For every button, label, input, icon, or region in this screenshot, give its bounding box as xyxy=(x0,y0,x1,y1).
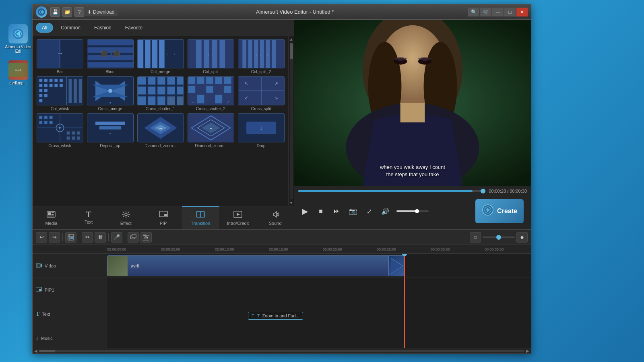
maximize-button[interactable]: □ xyxy=(504,8,516,16)
timeline-toolbar: ↩ ↪ ✂ 🗑 🎤 xyxy=(33,230,531,245)
desktop-file-icon[interactable]: mp4 avril.mp... xyxy=(4,60,32,85)
video-track-icon xyxy=(36,263,42,269)
snapshot-button[interactable]: 📷 xyxy=(347,205,359,218)
transition-cross-merge[interactable]: ✦ Cross_merge xyxy=(86,76,134,111)
filter-tab-common[interactable]: Common xyxy=(55,23,87,33)
video-track-content[interactable]: avril xyxy=(107,254,531,278)
tab-media[interactable]: Media xyxy=(33,206,70,229)
svg-rect-38 xyxy=(54,79,58,82)
svg-point-166 xyxy=(487,209,489,211)
volume-bar[interactable] xyxy=(396,210,429,212)
svg-rect-172 xyxy=(132,234,136,238)
scroll-down-arrow[interactable]: ▼ xyxy=(289,201,293,205)
transition-cross-shutter2[interactable]: ↙ ↗ Cross_shutter_2 xyxy=(187,76,235,111)
scroll-right-btn[interactable]: ▶ xyxy=(526,349,529,353)
text-track-label: T Text xyxy=(33,302,107,326)
window-controls: 🔍 🛒 ─ □ ✕ xyxy=(468,8,528,16)
playback-controls: 00:00:28 / 00:00:30 ▶ ■ ⏭ 📷 ⤢ 🔊 xyxy=(294,186,531,229)
desktop-app-icon[interactable]: Aimerso Video Edi xyxy=(4,24,32,53)
tab-transition[interactable]: ← → Transition xyxy=(182,206,219,229)
transition-col-split2-label: Col_split_2 xyxy=(251,70,271,74)
transition-cross-whisk[interactable]: ✦ Cross_whis xyxy=(36,113,84,148)
transition-col-split[interactable]: → ← Col_split xyxy=(187,39,235,74)
tab-sound[interactable]: Sound xyxy=(256,206,294,229)
svg-line-142 xyxy=(128,212,129,213)
transition-cross-shutter1[interactable]: Cross_shutter_1 xyxy=(136,76,184,111)
scroll-up-arrow[interactable]: ▲ xyxy=(289,37,293,41)
svg-rect-68 xyxy=(147,86,155,94)
svg-rect-73 xyxy=(147,97,155,105)
app-logo xyxy=(36,6,47,18)
timeline-scrollbar[interactable]: ◀ ▶ xyxy=(33,348,531,354)
play-button[interactable]: ▶ xyxy=(298,205,311,218)
music-track: ♪ Music xyxy=(33,326,531,348)
close-button[interactable]: ✕ xyxy=(516,8,528,16)
delete-button[interactable]: 🗑 xyxy=(95,232,106,243)
pip-track-content[interactable] xyxy=(107,278,531,302)
store-icon[interactable]: 🛒 xyxy=(480,8,491,16)
music-track-content[interactable] xyxy=(107,326,531,348)
download-button[interactable]: ⬇ Download xyxy=(84,8,118,16)
transition-drop[interactable]: ↓ Drop xyxy=(237,113,285,148)
svg-rect-63 xyxy=(147,77,155,84)
transition-blind[interactable]: ⬛→⬛ Blind xyxy=(86,39,134,74)
stop-button[interactable]: ■ xyxy=(314,205,327,218)
cut-button[interactable]: ✂ xyxy=(82,232,93,243)
detach-audio-button[interactable] xyxy=(128,232,139,243)
svg-rect-133 xyxy=(52,212,54,213)
help-button[interactable]: ? xyxy=(74,7,84,17)
folder-button[interactable]: 📁 xyxy=(62,7,72,17)
snapshot-tl-button[interactable] xyxy=(140,232,152,243)
fullscreen-button[interactable]: ⤢ xyxy=(363,205,376,218)
tab-text[interactable]: T Text xyxy=(70,206,107,229)
scroll-track-h[interactable] xyxy=(39,350,524,352)
filter-tab-fashion[interactable]: Fashion xyxy=(88,23,118,33)
transition-bar[interactable]: → Bar xyxy=(36,39,84,74)
video-clip[interactable]: avril xyxy=(107,255,405,276)
text-track-content[interactable]: T Zoom in and Fad... xyxy=(107,302,531,326)
svg-rect-49 xyxy=(39,99,42,102)
tab-pip[interactable]: PIP xyxy=(144,206,182,229)
svg-rect-42 xyxy=(49,84,52,87)
transition-col-merge[interactable]: ←→ Col_merge xyxy=(136,39,184,74)
transition-cross-split[interactable]: ↖ ↗ ↙ ↘ Cross_split xyxy=(237,76,285,111)
transition-diamond-zoom2[interactable]: ↔ Diamond_zoom... xyxy=(187,113,235,148)
ruler-time-5: 00:00:25:00 xyxy=(377,247,396,251)
sound-icon xyxy=(271,210,280,220)
create-button[interactable]: Create xyxy=(475,199,524,223)
tooltip-text: Zoom in and Fad... xyxy=(262,313,299,318)
edit-button[interactable] xyxy=(65,232,76,243)
zoom-out-button[interactable]: ○ xyxy=(470,232,481,243)
step-forward-button[interactable]: ⏭ xyxy=(330,205,343,218)
filter-tab-all[interactable]: All xyxy=(36,23,53,33)
pip-track: PIP1 xyxy=(33,278,531,302)
search-titlebar-icon[interactable]: 🔍 xyxy=(468,8,479,16)
text-track: T Text T Zoom in and Fad... xyxy=(33,302,531,326)
ruler-time-3: 00:00:15:00 xyxy=(269,247,288,251)
transition-col-whisk[interactable]: Col_whisk xyxy=(36,76,84,111)
zoom-track[interactable] xyxy=(483,237,515,238)
svg-text:↗: ↗ xyxy=(274,81,278,86)
svg-rect-15 xyxy=(138,40,143,68)
transition-grid: → Bar xyxy=(33,36,288,206)
minimize-button[interactable]: ─ xyxy=(492,8,504,16)
transition-deposit-up[interactable]: ↑ Deposit_up xyxy=(86,113,134,148)
save-button[interactable]: 💾 xyxy=(50,7,60,17)
seek-bar[interactable] xyxy=(298,190,485,192)
undo-button[interactable]: ↩ xyxy=(36,232,47,243)
text-track-name: Text xyxy=(42,312,50,317)
redo-button[interactable]: ↪ xyxy=(49,232,60,243)
volume-button[interactable]: 🔊 xyxy=(379,205,392,218)
intro-credit-tab-label: Intro/Credit xyxy=(227,221,249,226)
tab-effect[interactable]: Effect xyxy=(107,206,144,229)
zoom-in-button[interactable]: ● xyxy=(516,232,528,243)
scroll-left-btn[interactable]: ◀ xyxy=(34,349,37,353)
svg-rect-71 xyxy=(177,86,183,94)
transition-col-split2[interactable]: → ← → Col_split_2 xyxy=(237,39,285,74)
transition-diamond-zoom1[interactable]: ↔ Diamond_zoom... xyxy=(136,113,184,148)
tab-intro-credit[interactable]: Intro/Credit xyxy=(219,206,257,229)
filter-tab-favorite[interactable]: Favorite xyxy=(119,23,149,33)
record-voice-button[interactable]: 🎤 xyxy=(111,232,122,243)
svg-rect-21 xyxy=(196,40,202,68)
svg-rect-85 xyxy=(224,86,231,93)
